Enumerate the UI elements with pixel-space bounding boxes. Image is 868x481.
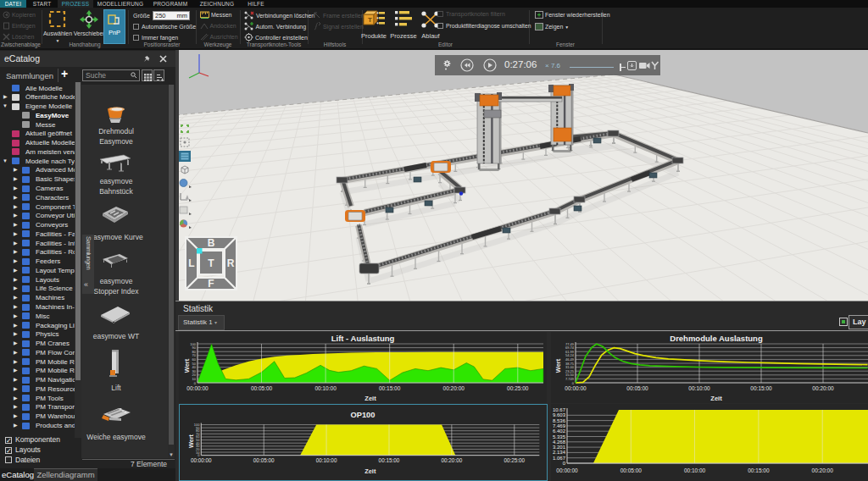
svg-text:OP100: OP100 xyxy=(351,411,376,419)
svg-text:100: 100 xyxy=(190,342,196,346)
svg-text:00:20:00: 00:20:00 xyxy=(812,385,834,391)
svg-text:L: L xyxy=(188,257,194,269)
svg-text:00:05:00: 00:05:00 xyxy=(620,467,643,473)
svg-text:10.67: 10.67 xyxy=(553,407,566,412)
svg-text:Wert: Wert xyxy=(183,358,191,373)
svg-text:Lift - Auslastung: Lift - Auslastung xyxy=(331,334,395,343)
svg-text:70: 70 xyxy=(192,353,197,357)
svg-text:00:00:00: 00:00:00 xyxy=(565,385,587,391)
svg-text:90: 90 xyxy=(192,346,197,350)
svg-text:T: T xyxy=(208,257,214,269)
svg-text:00:20:00: 00:20:00 xyxy=(442,457,463,463)
svg-text:8.536: 8.536 xyxy=(553,418,566,423)
svg-text:Wert: Wert xyxy=(554,358,562,373)
svg-text:9.603: 9.603 xyxy=(553,412,566,417)
svg-text:1.067: 1.067 xyxy=(553,456,566,461)
svg-text:40: 40 xyxy=(192,365,197,369)
svg-text:00:00:00: 00:00:00 xyxy=(556,467,578,473)
svg-text:60: 60 xyxy=(192,357,197,362)
svg-text:50: 50 xyxy=(192,362,197,366)
svg-text:00:10:00: 00:10:00 xyxy=(316,457,337,463)
svg-text:00:20:00: 00:20:00 xyxy=(812,467,834,473)
svg-text:10: 10 xyxy=(192,377,197,381)
svg-text:Zeit: Zeit xyxy=(364,395,376,402)
svg-text:00:25:00: 00:25:00 xyxy=(504,457,525,463)
svg-text:Wert: Wert xyxy=(187,434,195,448)
svg-text:2.134: 2.134 xyxy=(553,450,566,455)
svg-text:6.402: 6.402 xyxy=(553,428,566,434)
svg-text:00:15:00: 00:15:00 xyxy=(379,385,401,391)
svg-text:7.469: 7.469 xyxy=(553,423,566,428)
svg-text:3.201: 3.201 xyxy=(553,445,566,450)
svg-text:80: 80 xyxy=(192,350,197,354)
svg-text:00:05:00: 00:05:00 xyxy=(253,457,275,463)
svg-text:Drehmodule Auslastung: Drehmodule Auslastung xyxy=(670,334,763,343)
svg-text:Zeit: Zeit xyxy=(364,467,376,475)
svg-text:0: 0 xyxy=(194,381,197,385)
svg-text:00:00:00: 00:00:00 xyxy=(186,385,209,391)
svg-text:0: 0 xyxy=(572,381,575,385)
svg-text:00:10:00: 00:10:00 xyxy=(314,385,337,391)
svg-text:100: 100 xyxy=(194,423,200,427)
svg-text:30: 30 xyxy=(192,369,197,373)
svg-text:F: F xyxy=(208,278,214,290)
svg-text:00:25:00: 00:25:00 xyxy=(507,385,529,391)
svg-text:00:15:00: 00:15:00 xyxy=(379,457,400,463)
svg-text:0: 0 xyxy=(563,461,566,466)
svg-text:00:10:00: 00:10:00 xyxy=(684,467,706,473)
svg-text:5.335: 5.335 xyxy=(553,434,566,440)
svg-text:20: 20 xyxy=(192,373,197,377)
svg-text:Zeit: Zeit xyxy=(710,395,722,402)
svg-text:00:20:00: 00:20:00 xyxy=(443,385,465,391)
svg-text:00:05:00: 00:05:00 xyxy=(251,385,273,391)
svg-text:00:05:00: 00:05:00 xyxy=(626,385,648,391)
svg-text:T: T xyxy=(368,16,372,24)
svg-text:00:10:00: 00:10:00 xyxy=(688,385,710,391)
svg-text:00:15:00: 00:15:00 xyxy=(750,385,772,391)
svg-text:B: B xyxy=(208,237,215,249)
svg-text:00:00:00: 00:00:00 xyxy=(191,457,212,463)
svg-text:4.268: 4.268 xyxy=(553,440,566,445)
svg-text:R: R xyxy=(227,257,235,269)
svg-text:00:15:00: 00:15:00 xyxy=(748,467,770,473)
